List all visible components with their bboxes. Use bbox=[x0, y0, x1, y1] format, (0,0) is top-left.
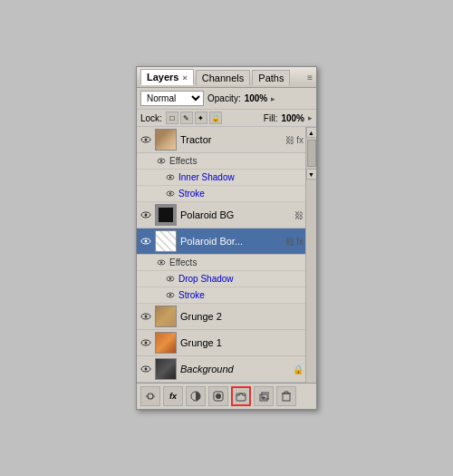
chain-icon-polaroid-bor: ⛓ bbox=[285, 237, 294, 247]
thumb-polaroid-bor bbox=[155, 230, 177, 252]
chain-icon-tractor: ⛓ bbox=[285, 135, 294, 145]
delete-layer-button[interactable] bbox=[276, 386, 296, 406]
fill-value[interactable]: 100% bbox=[281, 113, 304, 123]
layer-name-grunge1: Grunge 1 bbox=[180, 337, 304, 348]
link-layers-button[interactable] bbox=[140, 386, 160, 406]
sub-eye-polaroid-bor-effects[interactable] bbox=[155, 257, 168, 269]
svg-rect-34 bbox=[283, 393, 290, 401]
lock-all-btn[interactable]: 🔒 bbox=[209, 112, 222, 124]
visibility-tractor[interactable] bbox=[139, 132, 153, 147]
tractor-stroke[interactable]: Stroke bbox=[137, 186, 305, 202]
layers-panel: Layers × Channels Paths ≡ Normal Opacity… bbox=[136, 66, 317, 410]
thumb-background bbox=[155, 358, 177, 380]
svg-point-1 bbox=[145, 139, 148, 141]
tab-channels[interactable]: Channels bbox=[196, 70, 250, 85]
scroll-thumb[interactable] bbox=[307, 140, 316, 167]
add-adjustment-button[interactable] bbox=[186, 386, 206, 406]
visibility-polaroid-bor[interactable] bbox=[139, 234, 153, 248]
layer-name-polaroid-bg: Polaroid BG bbox=[180, 209, 293, 220]
svg-point-21 bbox=[145, 342, 148, 345]
layer-name-grunge2: Grunge 2 bbox=[180, 311, 304, 322]
add-effect-button[interactable]: fx bbox=[163, 386, 183, 406]
blend-mode-select[interactable]: Normal bbox=[140, 91, 204, 106]
visibility-grunge1[interactable] bbox=[139, 335, 153, 350]
thumb-grunge2 bbox=[155, 306, 177, 327]
blend-opacity-row: Normal Opacity: 100% ▸ bbox=[137, 88, 316, 110]
effects-label-polaroid-bor: Effects bbox=[169, 257, 197, 267]
lock-icons: □ ✎ ✦ 🔒 bbox=[166, 112, 222, 124]
opacity-label: Opacity: bbox=[207, 93, 241, 103]
fill-label: Fill: bbox=[264, 113, 278, 123]
visibility-polaroid-bg[interactable] bbox=[139, 208, 153, 222]
svg-point-3 bbox=[160, 160, 162, 161]
thumb-polaroid-bg bbox=[155, 204, 177, 226]
layer-badge-polaroid-bg: ⛓ bbox=[294, 210, 304, 220]
svg-point-7 bbox=[169, 192, 171, 194]
tractor-effects-section: Effects bbox=[137, 153, 305, 170]
inner-shadow-label: Inner Shadow bbox=[178, 172, 235, 182]
bottom-toolbar: fx bbox=[137, 383, 316, 409]
effects-label-tractor: Effects bbox=[169, 156, 197, 166]
polaroid-bor-stroke[interactable]: Stroke bbox=[137, 287, 305, 304]
svg-point-13 bbox=[160, 261, 162, 263]
layer-polaroid-bor[interactable]: Polaroid Bor... ⛓ fx bbox=[137, 228, 305, 255]
svg-point-17 bbox=[169, 294, 171, 296]
fx-icon-polaroid-bor: fx bbox=[296, 237, 304, 247]
stroke-label-tractor: Stroke bbox=[178, 189, 205, 199]
opacity-arrow[interactable]: ▸ bbox=[271, 94, 275, 103]
layer-background[interactable]: Background 🔒 bbox=[137, 356, 305, 383]
layer-tractor[interactable]: Tractor ⛓ fx bbox=[137, 127, 305, 153]
lock-background-icon: 🔒 bbox=[293, 364, 304, 374]
create-group-button[interactable] bbox=[231, 386, 251, 406]
scroll-track: ▲ ▼ bbox=[305, 127, 316, 383]
new-layer-button[interactable] bbox=[254, 386, 274, 406]
layer-badge-polaroid-bor: ⛓ fx bbox=[285, 237, 304, 247]
opacity-value[interactable]: 100% bbox=[245, 93, 268, 103]
fx-icon-tractor: fx bbox=[296, 135, 304, 145]
sub-eye-tractor-stroke[interactable] bbox=[164, 188, 177, 200]
lock-transparent-btn[interactable]: □ bbox=[166, 112, 178, 124]
title-bar: Layers × Channels Paths ≡ bbox=[137, 67, 316, 88]
tractor-inner-shadow[interactable]: Inner Shadow bbox=[137, 170, 305, 186]
lock-fill-row: Lock: □ ✎ ✦ 🔒 Fill: 100% ▸ bbox=[137, 110, 316, 127]
scroll-up-btn[interactable]: ▲ bbox=[306, 127, 317, 138]
layers-scroll-container: Tractor ⛓ fx Effects bbox=[137, 127, 316, 383]
scroll-down-btn[interactable]: ▼ bbox=[306, 169, 317, 180]
layer-badge-tractor: ⛓ fx bbox=[285, 135, 304, 145]
svg-point-5 bbox=[169, 176, 171, 178]
visibility-background[interactable] bbox=[139, 362, 153, 376]
visibility-grunge2[interactable] bbox=[139, 309, 153, 324]
layers-list: Tractor ⛓ fx Effects bbox=[137, 127, 305, 383]
lock-position-btn[interactable]: ✦ bbox=[195, 112, 207, 124]
svg-point-9 bbox=[145, 214, 148, 217]
tab-paths[interactable]: Paths bbox=[252, 70, 290, 85]
panel-menu-icon[interactable]: ≡ bbox=[307, 73, 313, 83]
lock-image-btn[interactable]: ✎ bbox=[180, 112, 193, 124]
thumb-tractor bbox=[155, 129, 177, 151]
tab-layers[interactable]: Layers × bbox=[140, 69, 194, 85]
svg-point-11 bbox=[145, 240, 148, 243]
chain-icon-polaroid-bg: ⛓ bbox=[294, 210, 304, 220]
layer-name-tractor: Tractor bbox=[180, 134, 284, 145]
stroke-label-polaroid-bor: Stroke bbox=[178, 290, 205, 300]
tab-layers-close[interactable]: × bbox=[183, 73, 188, 83]
polaroid-bor-drop-shadow[interactable]: Drop Shadow bbox=[137, 271, 305, 287]
svg-point-28 bbox=[216, 393, 221, 399]
sub-eye-polaroid-bor-stroke[interactable] bbox=[164, 289, 177, 302]
layer-grunge1[interactable]: Grunge 1 bbox=[137, 330, 305, 356]
sub-eye-tractor-effects[interactable] bbox=[155, 155, 168, 168]
svg-point-23 bbox=[145, 368, 148, 371]
svg-rect-29 bbox=[236, 393, 246, 401]
add-mask-button[interactable] bbox=[208, 386, 228, 406]
thumb-grunge1 bbox=[155, 332, 177, 354]
sub-eye-inner-shadow[interactable] bbox=[164, 171, 177, 184]
svg-point-19 bbox=[145, 316, 148, 318]
layer-name-background: Background bbox=[180, 364, 293, 374]
layer-polaroid-bg[interactable]: Polaroid BG ⛓ bbox=[137, 202, 305, 228]
drop-shadow-label: Drop Shadow bbox=[178, 274, 234, 284]
lock-label: Lock: bbox=[140, 113, 162, 123]
sub-eye-drop-shadow[interactable] bbox=[164, 273, 177, 286]
layer-grunge2[interactable]: Grunge 2 bbox=[137, 304, 305, 330]
layer-name-polaroid-bor: Polaroid Bor... bbox=[180, 236, 284, 247]
fill-arrow[interactable]: ▸ bbox=[308, 113, 313, 122]
